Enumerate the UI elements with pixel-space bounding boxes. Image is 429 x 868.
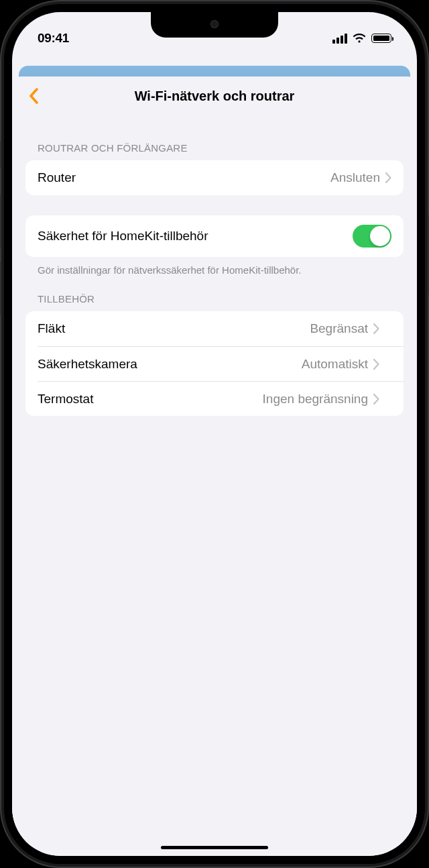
accessory-row-thermostat[interactable]: Termostat Ingen begränsning	[38, 381, 404, 416]
router-status: Ansluten	[330, 170, 380, 185]
accessory-label: Fläkt	[38, 321, 65, 336]
status-time: 09:41	[38, 31, 69, 46]
mute-switch	[0, 141, 1, 168]
router-row[interactable]: Router Ansluten	[25, 160, 404, 195]
router-label: Router	[38, 170, 76, 185]
routers-card: Router Ansluten	[25, 160, 404, 195]
accessory-value: Begränsat	[310, 321, 368, 336]
cellular-signal-icon	[332, 34, 347, 44]
accessory-row-camera[interactable]: Säkerhetskamera Automatiskt	[38, 346, 404, 381]
chevron-right-icon	[385, 172, 391, 183]
accessory-value: Ingen begränsning	[263, 392, 368, 406]
chevron-right-icon	[373, 359, 379, 370]
security-label: Säkerhet för HomeKit-tillbehör	[38, 229, 208, 243]
back-button[interactable]	[20, 83, 47, 109]
notch	[151, 12, 278, 38]
accessories-card: Fläkt Begränsat Säkerhetskamera Automati…	[25, 311, 404, 416]
page-title: Wi-Fi-nätverk och routrar	[135, 89, 295, 104]
phone-frame: 09:41 Wi-Fi-nätverk och routrar ROUT	[0, 0, 429, 868]
accessory-row-fan[interactable]: Fläkt Begränsat	[25, 311, 404, 346]
section-header-routers: ROUTRAR OCH FÖRLÄNGARE	[25, 115, 404, 160]
wifi-icon	[353, 34, 366, 44]
accessory-label: Säkerhetskamera	[38, 357, 137, 372]
security-toggle[interactable]	[353, 225, 391, 248]
security-toggle-row: Säkerhet för HomeKit-tillbehör	[25, 215, 404, 257]
chevron-left-icon	[28, 88, 39, 104]
security-footer: Gör inställningar för nätverkssäkerhet f…	[25, 257, 404, 277]
volume-down	[0, 262, 1, 315]
security-card: Säkerhet för HomeKit-tillbehör	[25, 215, 404, 257]
accessory-label: Termostat	[38, 392, 93, 406]
chevron-right-icon	[373, 394, 379, 404]
accessory-value: Automatiskt	[302, 357, 368, 372]
battery-icon	[371, 34, 391, 43]
chevron-right-icon	[373, 323, 379, 334]
section-header-accessories: TILLBEHÖR	[25, 277, 404, 311]
nav-bar: Wi-Fi-nätverk och routrar	[12, 76, 417, 115]
settings-sheet: Wi-Fi-nätverk och routrar ROUTRAR OCH FÖ…	[12, 76, 417, 856]
volume-up	[0, 195, 1, 248]
home-indicator[interactable]	[161, 846, 268, 849]
